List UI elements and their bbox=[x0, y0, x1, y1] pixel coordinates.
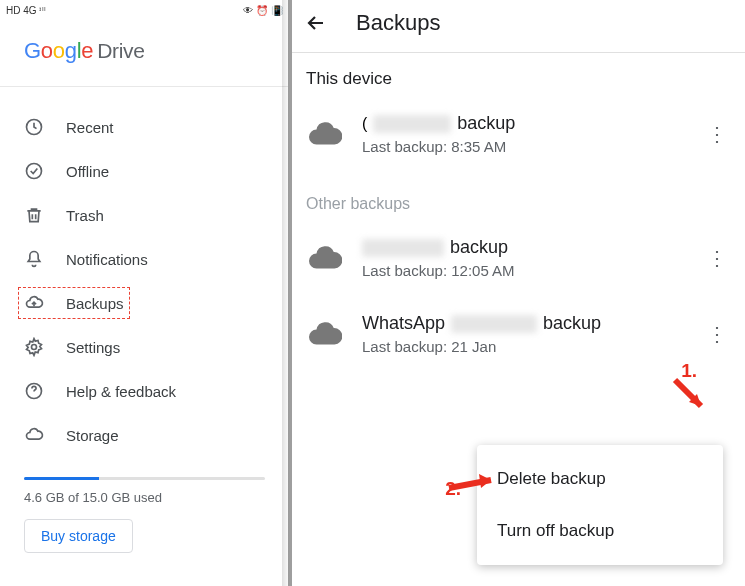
logo-letter: o bbox=[53, 38, 65, 63]
sidebar-item-recent[interactable]: Recent bbox=[0, 105, 289, 149]
buy-storage-button[interactable]: Buy storage bbox=[24, 519, 133, 553]
cloud-icon bbox=[24, 425, 44, 445]
nav-label: Notifications bbox=[66, 251, 148, 268]
nav-label: Settings bbox=[66, 339, 120, 356]
cloud-up-icon bbox=[24, 293, 44, 313]
section-other-backups: Other backups bbox=[290, 179, 745, 227]
header: Backups bbox=[290, 0, 745, 52]
sidebar-item-settings[interactable]: Settings bbox=[0, 325, 289, 369]
cloud-icon bbox=[306, 122, 342, 146]
backup-subtitle: Last backup: 8:35 AM bbox=[362, 138, 685, 155]
gear-icon bbox=[24, 337, 44, 357]
logo-drive: Drive bbox=[97, 39, 145, 62]
more-icon[interactable]: ⋮ bbox=[705, 122, 729, 146]
redacted-text bbox=[373, 115, 451, 133]
sidebar-item-help[interactable]: Help & feedback bbox=[0, 369, 289, 413]
bell-icon bbox=[24, 249, 44, 269]
help-icon bbox=[24, 381, 44, 401]
logo-letter: o bbox=[41, 38, 53, 63]
sidebar-item-trash[interactable]: Trash bbox=[0, 193, 289, 237]
menu-turn-off-backup[interactable]: Turn off backup bbox=[477, 505, 723, 557]
logo-letter: G bbox=[24, 38, 41, 63]
sidebar: HD 4G ᶦˡˡ 👁 ⏰ 📳 GoogleDrive Recent Offli… bbox=[0, 0, 290, 586]
menu-delete-backup[interactable]: Delete backup bbox=[477, 453, 723, 505]
clock-icon bbox=[24, 117, 44, 137]
backup-name: backup bbox=[457, 113, 515, 134]
sidebar-item-offline[interactable]: Offline bbox=[0, 149, 289, 193]
nav-label: Recent bbox=[66, 119, 114, 136]
section-this-device: This device bbox=[290, 53, 745, 103]
backup-name: backup bbox=[450, 237, 508, 258]
nav-label: Trash bbox=[66, 207, 104, 224]
redacted-text bbox=[451, 315, 537, 333]
cloud-icon bbox=[306, 322, 342, 346]
sidebar-item-backups[interactable]: Backups bbox=[0, 281, 289, 325]
redacted-text: ( bbox=[362, 115, 367, 133]
storage-bar bbox=[24, 477, 265, 480]
logo-letter: g bbox=[65, 38, 77, 63]
offline-icon bbox=[24, 161, 44, 181]
context-menu: Delete backup Turn off backup bbox=[477, 445, 723, 565]
status-icons: 👁 ⏰ 📳 bbox=[243, 5, 283, 16]
storage-usage-text: 4.6 GB of 15.0 GB used bbox=[24, 490, 265, 505]
backup-row[interactable]: backup Last backup: 12:05 AM ⋮ bbox=[290, 227, 745, 303]
storage-fill bbox=[24, 477, 99, 480]
svg-point-2 bbox=[32, 345, 37, 350]
backup-subtitle: Last backup: 12:05 AM bbox=[362, 262, 685, 279]
nav-list: Recent Offline Trash Notifications Backu… bbox=[0, 87, 289, 475]
logo-letter: e bbox=[81, 38, 93, 63]
nav-label: Backups bbox=[66, 295, 124, 312]
backup-name: backup bbox=[543, 313, 601, 334]
trash-icon bbox=[24, 205, 44, 225]
cloud-icon bbox=[306, 246, 342, 270]
more-icon[interactable]: ⋮ bbox=[705, 322, 729, 346]
status-hd-icon: HD 4G ᶦˡˡ bbox=[6, 5, 46, 16]
sidebar-item-notifications[interactable]: Notifications bbox=[0, 237, 289, 281]
app-logo: GoogleDrive bbox=[0, 18, 289, 86]
back-arrow-icon[interactable] bbox=[304, 11, 328, 35]
nav-label: Help & feedback bbox=[66, 383, 176, 400]
redacted-text bbox=[362, 239, 444, 257]
nav-label: Offline bbox=[66, 163, 109, 180]
nav-label: Storage bbox=[66, 427, 119, 444]
backup-row[interactable]: ( backup Last backup: 8:35 AM ⋮ bbox=[290, 103, 745, 179]
pane-splitter[interactable] bbox=[288, 0, 292, 586]
backup-row[interactable]: WhatsApp backup Last backup: 21 Jan ⋮ bbox=[290, 303, 745, 379]
backup-prefix: WhatsApp bbox=[362, 313, 445, 334]
sidebar-item-storage[interactable]: Storage bbox=[0, 413, 289, 457]
more-icon[interactable]: ⋮ bbox=[705, 246, 729, 270]
page-title: Backups bbox=[356, 10, 440, 36]
status-bar: HD 4G ᶦˡˡ 👁 ⏰ 📳 bbox=[0, 0, 289, 18]
backup-subtitle: Last backup: 21 Jan bbox=[362, 338, 685, 355]
storage-section: 4.6 GB of 15.0 GB used Buy storage bbox=[0, 477, 289, 553]
svg-point-1 bbox=[27, 164, 42, 179]
